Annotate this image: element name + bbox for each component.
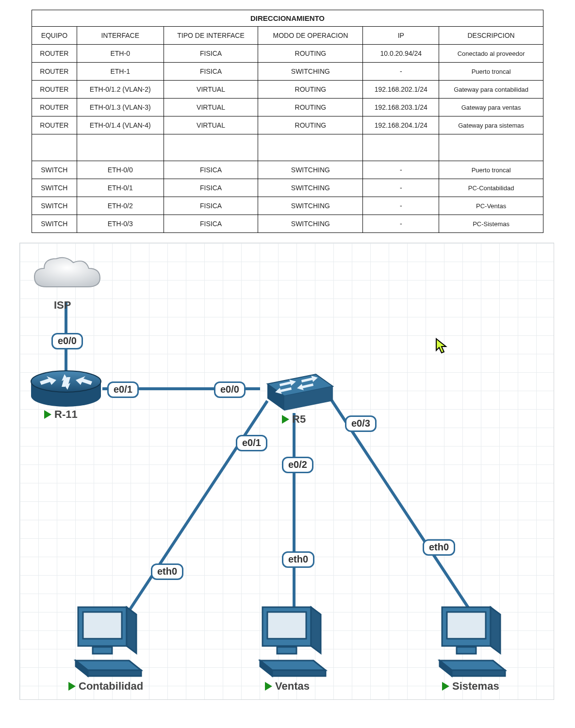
th-modo: MODO DE OPERACION xyxy=(258,27,363,45)
router-icon[interactable] xyxy=(30,369,102,406)
cell-interface: ETH-0/1 xyxy=(77,179,164,197)
th-desc: DESCRIPCION xyxy=(439,27,543,45)
th-equipo: EQUIPO xyxy=(32,27,77,45)
svg-rect-21 xyxy=(277,647,296,654)
cell-ip: - xyxy=(363,197,439,215)
pc-contabilidad-icon[interactable] xyxy=(68,602,151,680)
svg-marker-24 xyxy=(272,670,326,676)
cell-modo: SWITCHING xyxy=(258,161,363,179)
svg-marker-17 xyxy=(88,670,141,676)
switch-icon[interactable] xyxy=(258,369,335,411)
iface-r11-e01: e0/1 xyxy=(107,381,139,398)
pc-ventas-icon[interactable] xyxy=(253,602,335,680)
cell-ip: - xyxy=(363,161,439,179)
cell-ip: - xyxy=(363,215,439,233)
network-diagram: ISP R-11 xyxy=(19,243,554,700)
cell-tipo: VIRTUAL xyxy=(164,99,258,116)
iface-sw-e01: e0/1 xyxy=(236,435,267,451)
th-ip: IP xyxy=(363,27,439,45)
cell-interface: ETH-0/0 xyxy=(77,161,164,179)
cell-equipo: ROUTER xyxy=(32,63,77,81)
r5-label: R5 xyxy=(282,413,306,426)
cell-modo: ROUTING xyxy=(258,81,363,99)
table-title: DIRECCIONAMIENTO xyxy=(32,10,543,27)
cell-tipo: FISICA xyxy=(164,215,258,233)
iface-sw-e02: e0/2 xyxy=(282,457,313,473)
cell-equipo: ROUTER xyxy=(32,81,77,99)
cell-equipo: ROUTER xyxy=(32,99,77,116)
cell-equipo: SWITCH xyxy=(32,197,77,215)
cell-modo: SWITCHING xyxy=(258,197,363,215)
cell-desc: Gateway para ventas xyxy=(439,99,543,116)
cell-equipo: SWITCH xyxy=(32,161,77,179)
cell-interface: ETH-0/1.2 (VLAN-2) xyxy=(77,81,164,99)
cell-desc: Puerto troncal xyxy=(439,63,543,81)
cell-tipo: VIRTUAL xyxy=(164,116,258,134)
cell-tipo: FISICA xyxy=(164,197,258,215)
cell-tipo: FISICA xyxy=(164,63,258,81)
svg-rect-26 xyxy=(447,612,486,639)
table-row: ROUTERETH-0FISICAROUTING10.0.20.94/24Con… xyxy=(32,45,543,63)
cell-interface: ETH-0 xyxy=(77,45,164,63)
table-row: ROUTERETH-1FISICASWITCHING-Puerto tronca… xyxy=(32,63,543,81)
table-header-row: EQUIPO INTERFACE TIPO DE INTERFACE MODO … xyxy=(32,27,543,45)
svg-rect-19 xyxy=(267,612,306,639)
iface-sw-e03: e0/3 xyxy=(345,415,377,432)
svg-line-2 xyxy=(122,401,267,622)
cell-desc: Gateway para contabilidad xyxy=(439,81,543,99)
iface-r11-e00: e0/0 xyxy=(51,333,83,349)
cell-tipo: FISICA xyxy=(164,179,258,197)
cell-tipo: FISICA xyxy=(164,45,258,63)
svg-marker-20 xyxy=(311,607,321,653)
cell-ip: 192.168.203.1/24 xyxy=(363,99,439,116)
cell-desc: PC-Contabilidad xyxy=(439,179,543,197)
svg-rect-28 xyxy=(457,647,476,654)
cell-interface: ETH-0/1.3 (VLAN-3) xyxy=(77,99,164,116)
cell-modo: SWITCHING xyxy=(258,215,363,233)
cell-modo: ROUTING xyxy=(258,99,363,116)
table-row: SWITCHETH-0/1FISICASWITCHING-PC-Contabil… xyxy=(32,179,543,197)
table-row: SWITCHETH-0/3FISICASWITCHING-PC-Sistemas xyxy=(32,215,543,233)
cell-tipo: VIRTUAL xyxy=(164,81,258,99)
cell-interface: ETH-0/1.4 (VLAN-4) xyxy=(77,116,164,134)
cell-ip: 192.168.204.1/24 xyxy=(363,116,439,134)
svg-rect-12 xyxy=(83,612,122,639)
addressing-table: DIRECCIONAMIENTO EQUIPO INTERFACE TIPO D… xyxy=(32,10,543,233)
table-row: ROUTERETH-0/1.3 (VLAN-3)VIRTUALROUTING19… xyxy=(32,99,543,116)
addressing-table-wrap: DIRECCIONAMIENTO EQUIPO INTERFACE TIPO D… xyxy=(0,0,575,238)
cell-modo: SWITCHING xyxy=(258,63,363,81)
r11-label: R-11 xyxy=(44,408,78,421)
cell-desc: Conectado al proveedor xyxy=(439,45,543,63)
cell-desc: PC-Sistemas xyxy=(439,215,543,233)
table-row: ROUTERETH-0/1.2 (VLAN-2)VIRTUALROUTING19… xyxy=(32,81,543,99)
cloud-icon xyxy=(30,253,102,297)
cell-desc: PC-Ventas xyxy=(439,197,543,215)
cell-modo: SWITCHING xyxy=(258,179,363,197)
table-row: SWITCHETH-0/2FISICASWITCHING-PC-Ventas xyxy=(32,197,543,215)
cell-desc: Puerto troncal xyxy=(439,161,543,179)
cell-modo: ROUTING xyxy=(258,45,363,63)
isp-label: ISP xyxy=(54,299,71,312)
svg-marker-31 xyxy=(452,670,505,676)
iface-pc3-eth0: eth0 xyxy=(423,539,455,556)
cell-ip: - xyxy=(363,179,439,197)
iface-sw-e00: e0/0 xyxy=(214,381,246,398)
cell-desc: Gateway para sistemas xyxy=(439,116,543,134)
cell-ip: 192.168.202.1/24 xyxy=(363,81,439,99)
cell-equipo: ROUTER xyxy=(32,116,77,134)
table-row xyxy=(32,134,543,161)
pc-sistemas-icon[interactable] xyxy=(432,602,515,680)
svg-marker-13 xyxy=(127,607,136,653)
ventas-label: Ventas xyxy=(265,680,310,693)
cell-equipo: SWITCH xyxy=(32,179,77,197)
iface-pc1-eth0: eth0 xyxy=(151,563,183,580)
cell-ip: - xyxy=(363,63,439,81)
cell-interface: ETH-0/3 xyxy=(77,215,164,233)
cell-tipo: FISICA xyxy=(164,161,258,179)
cell-equipo: ROUTER xyxy=(32,45,77,63)
th-tipo: TIPO DE INTERFACE xyxy=(164,27,258,45)
table-row: ROUTERETH-0/1.4 (VLAN-4)VIRTUALROUTING19… xyxy=(32,116,543,134)
cell-ip: 10.0.20.94/24 xyxy=(363,45,439,63)
table-row: SWITCHETH-0/0FISICASWITCHING-Puerto tron… xyxy=(32,161,543,179)
cell-equipo: SWITCH xyxy=(32,215,77,233)
